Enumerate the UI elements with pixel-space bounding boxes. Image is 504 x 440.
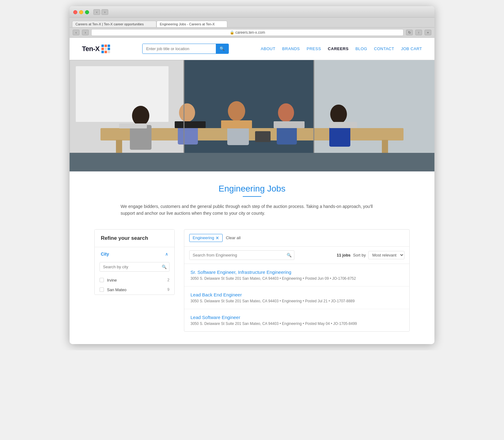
svg-rect-20 bbox=[175, 121, 206, 128]
addr-back-button[interactable]: ‹ bbox=[73, 30, 79, 35]
city-search-icon: 🔍 bbox=[159, 262, 169, 271]
site-content: Ten-X 🔍 bbox=[70, 38, 434, 344]
job-item-1[interactable]: Sr. Software Engineer, Infrastructure En… bbox=[184, 264, 409, 287]
browser-nav-buttons: ‹ › bbox=[93, 9, 108, 15]
logo-dot-6 bbox=[108, 48, 110, 50]
engineering-filter-label: Engineering bbox=[193, 235, 214, 240]
header-search-button[interactable]: 🔍 bbox=[216, 44, 229, 54]
browser-tab-1[interactable]: Careers at Ten-X | Ten-X career opportun… bbox=[72, 21, 156, 27]
job-details-3: 3050 S. Delaware St Suite 201 San Mateo,… bbox=[190, 321, 403, 326]
content-grid: Refine your search City ∧ 🔍 bbox=[94, 229, 410, 332]
share-button[interactable]: ↑ bbox=[415, 30, 422, 35]
browser-tab-2[interactable]: Engineering Jobs - Careers at Ten-X bbox=[156, 21, 228, 27]
sort-select[interactable]: Most relevant bbox=[368, 251, 404, 259]
nav-press[interactable]: PRESS bbox=[307, 46, 321, 51]
job-details-1: 3050 S. Delaware St Suite 201 San Mateo,… bbox=[190, 276, 403, 281]
browser-window: ‹ › Careers at Ten-X | Ten-X career oppo… bbox=[70, 6, 434, 344]
back-button[interactable]: ‹ bbox=[93, 9, 100, 15]
sidebar-title: Refine your search bbox=[101, 235, 148, 241]
browser-tab-bar: Careers at Ten-X | Ten-X career opportun… bbox=[70, 18, 434, 28]
sort-label: Sort by bbox=[353, 253, 366, 257]
jobs-meta: 11 jobs Sort by Most relevant bbox=[337, 251, 404, 259]
url-text: careers.ten-x.com bbox=[235, 30, 265, 35]
nav-job-cart[interactable]: JOB CART bbox=[401, 46, 422, 51]
svg-point-15 bbox=[278, 103, 294, 122]
nav-about[interactable]: ABOUT bbox=[261, 46, 275, 51]
logo-dot-3 bbox=[108, 45, 110, 47]
svg-rect-22 bbox=[274, 121, 305, 128]
jobs-count: 11 jobs bbox=[337, 253, 351, 257]
irvine-checkbox[interactable] bbox=[100, 278, 104, 282]
hero-image bbox=[70, 60, 434, 171]
logo-dots bbox=[101, 45, 110, 53]
tab1-label: Careers at Ten-X | Ten-X career opportun… bbox=[75, 22, 144, 26]
city-filter-sanmateo: San Mateo 9 bbox=[95, 285, 174, 295]
site-nav: ABOUT BRANDS PRESS CAREERS BLOG CONTACT … bbox=[261, 46, 422, 51]
city-filter-irvine: Irvine 2 bbox=[95, 275, 174, 285]
page-title: Engineering Jobs bbox=[94, 184, 410, 194]
job-title-2[interactable]: Lead Back End Engineer bbox=[190, 292, 403, 297]
tab2-label: Engineering Jobs - Careers at Ten-X bbox=[160, 22, 215, 26]
job-details-2: 3050 S. Delaware St Suite 201 San Mateo,… bbox=[190, 299, 403, 303]
browser-dots bbox=[73, 10, 89, 14]
jobs-search-icon: 🔍 bbox=[287, 253, 292, 257]
jobs-search-input-wrap: 🔍 bbox=[189, 250, 294, 260]
svg-point-13 bbox=[228, 101, 245, 121]
city-section: City ∧ 🔍 Irvine 2 bbox=[95, 247, 174, 295]
forward-button[interactable]: › bbox=[101, 9, 108, 15]
sidebar-header: Refine your search bbox=[95, 230, 174, 247]
minimize-dot[interactable] bbox=[79, 10, 83, 14]
engineering-filter-tag[interactable]: Engineering ✕ bbox=[189, 234, 223, 242]
header-search-bar: 🔍 bbox=[142, 44, 229, 54]
city-search-input[interactable] bbox=[100, 262, 159, 271]
nav-contact[interactable]: CONTACT bbox=[374, 46, 394, 51]
jobs-filter-bar: Engineering ✕ Clear all bbox=[184, 230, 409, 247]
nav-careers[interactable]: CAREERS bbox=[328, 46, 348, 51]
city-section-header[interactable]: City ∧ bbox=[95, 247, 174, 261]
job-item-3[interactable]: Lead Software Engineer 3050 S. Delaware … bbox=[184, 309, 409, 331]
logo-dot-8 bbox=[105, 51, 107, 53]
irvine-count: 2 bbox=[167, 278, 169, 282]
job-title-1[interactable]: Sr. Software Engineer, Infrastructure En… bbox=[190, 270, 403, 275]
nav-blog[interactable]: BLOG bbox=[355, 46, 367, 51]
logo-dot-1 bbox=[101, 45, 104, 47]
city-search-bar: 🔍 bbox=[100, 262, 169, 272]
title-underline bbox=[243, 196, 261, 197]
logo-dot-5 bbox=[105, 48, 107, 50]
search-icon: 🔍 bbox=[220, 46, 225, 51]
addr-forward-button[interactable]: › bbox=[82, 30, 89, 35]
nav-brands[interactable]: BRANDS bbox=[282, 46, 300, 51]
sanmateo-checkbox[interactable] bbox=[100, 287, 104, 292]
logo-text: Ten-X bbox=[82, 45, 100, 53]
header-search-input[interactable] bbox=[143, 44, 216, 54]
svg-point-9 bbox=[132, 106, 149, 126]
jobs-search-input[interactable] bbox=[190, 251, 284, 260]
sanmateo-count: 9 bbox=[167, 287, 169, 292]
sanmateo-name: San Mateo bbox=[107, 287, 164, 292]
url-bar[interactable]: 🔒 careers.ten-x.com bbox=[91, 29, 404, 36]
new-tab-button[interactable]: + bbox=[425, 30, 431, 35]
lock-icon: 🔒 bbox=[230, 30, 234, 35]
logo-dot-7 bbox=[101, 51, 104, 53]
chevron-up-icon: ∧ bbox=[165, 252, 168, 257]
page-body: Engineering Jobs We engage bidders, cust… bbox=[70, 171, 434, 344]
maximize-dot[interactable] bbox=[85, 10, 89, 14]
filter-close-icon[interactable]: ✕ bbox=[216, 235, 219, 240]
city-label: City bbox=[101, 252, 109, 257]
svg-point-17 bbox=[330, 105, 347, 124]
svg-rect-5 bbox=[76, 66, 169, 122]
job-item-2[interactable]: Lead Back End Engineer 3050 S. Delaware … bbox=[184, 287, 409, 309]
refresh-button[interactable]: ↻ bbox=[406, 30, 413, 35]
job-title-3[interactable]: Lead Software Engineer bbox=[190, 315, 403, 320]
jobs-search-bar: 🔍 11 jobs Sort by Most relevant bbox=[184, 247, 409, 264]
logo-dot-4 bbox=[101, 48, 104, 50]
jobs-panel: Engineering ✕ Clear all 🔍 bbox=[184, 229, 410, 332]
jobs-search-button[interactable]: 🔍 bbox=[284, 251, 294, 260]
page-description: We engage bidders, customers and the gen… bbox=[121, 203, 383, 217]
close-dot[interactable] bbox=[73, 10, 77, 14]
clear-all-button[interactable]: Clear all bbox=[226, 235, 241, 240]
svg-rect-27 bbox=[70, 153, 434, 171]
svg-rect-23 bbox=[329, 122, 357, 128]
logo-dot-9 bbox=[108, 51, 110, 53]
site-header: Ten-X 🔍 bbox=[70, 38, 434, 60]
